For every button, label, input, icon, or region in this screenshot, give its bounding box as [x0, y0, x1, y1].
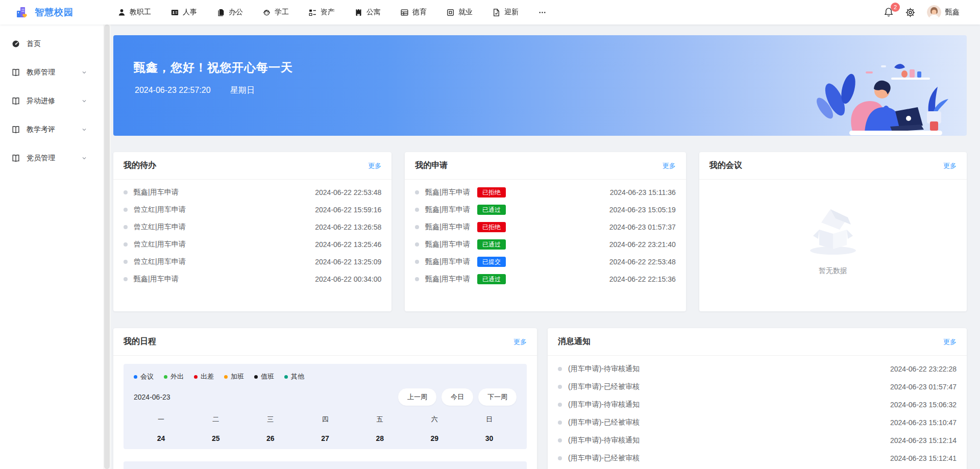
application-item[interactable]: 甄鑫|用车申请已拒绝2024-06-23 15:11:36: [415, 184, 675, 201]
meetings-empty-state: 暂无数据: [699, 180, 967, 276]
applications-card: 我的申请 更多 甄鑫|用车申请已拒绝2024-06-23 15:11:36甄鑫|…: [405, 152, 685, 311]
bullet-dot: [415, 190, 419, 194]
schedule-controls: 2024-06-23 上一周今日下一周: [134, 388, 517, 406]
status-badge: 已拒绝: [477, 187, 506, 198]
sidebar-item-label: 首页: [27, 39, 94, 48]
bullet-dot: [415, 277, 419, 281]
status-badge: 已通过: [477, 274, 506, 284]
sidebar-item-teaching-eval[interactable]: 教学考评: [0, 115, 103, 144]
schedule-card: 我的日程 更多 会议外出出差加班值班其他 2024-06-23 上一周今日下一周…: [113, 328, 537, 469]
todo-item[interactable]: 曾立红|用车申请2024-06-22 15:59:16: [124, 201, 381, 218]
legend-label: 值班: [261, 372, 274, 381]
student-icon: [262, 8, 271, 17]
legend-label: 会议: [140, 372, 154, 381]
nav-item-moral[interactable]: 德育: [400, 8, 427, 17]
schedule-card-title: 我的日程: [124, 336, 156, 347]
bullet-dot: [558, 438, 562, 442]
nav-item-label: 办公: [229, 8, 243, 17]
todo-more-link[interactable]: 更多: [368, 161, 381, 170]
sidebar-item-label: 党员管理: [27, 154, 81, 163]
bullet-dot: [558, 385, 562, 389]
nav-item-welcome[interactable]: 迎新: [492, 8, 519, 17]
apartment-icon: [354, 8, 363, 17]
date-cell[interactable]: 29: [407, 434, 462, 442]
greeting-text: 甄鑫，您好！祝您开心每一天: [134, 60, 293, 76]
nav-more-button[interactable]: [538, 8, 547, 17]
nav-item-apartment[interactable]: 公寓: [354, 8, 381, 17]
nav-item-staff[interactable]: 教职工: [117, 8, 151, 17]
banner-weekday: 星期日: [230, 86, 255, 94]
todo-item[interactable]: 甄鑫|用车申请2024-06-22 00:34:00: [124, 270, 381, 288]
notification-item-label: (用车申请)-已经被审核: [568, 418, 640, 427]
date-cell[interactable]: 28: [353, 434, 407, 442]
today-button[interactable]: 今日: [442, 388, 473, 406]
date-cell[interactable]: 24: [134, 434, 188, 442]
status-badge: 已通过: [477, 239, 506, 250]
todo-item[interactable]: 曾立红|用车申请2024-06-22 13:26:58: [124, 218, 381, 236]
meetings-card-header: 我的会议 更多: [699, 152, 967, 180]
weekday-label: 六: [407, 415, 462, 424]
application-item-label: 甄鑫|用车申请: [425, 257, 470, 266]
nav-item-hr[interactable]: 人事: [170, 8, 197, 17]
sidebar-item-party-mgmt[interactable]: 党员管理: [0, 144, 103, 172]
notification-item-time: 2024-06-23 15:10:47: [890, 418, 957, 427]
schedule-more-link[interactable]: 更多: [513, 337, 527, 347]
application-item[interactable]: 甄鑫|用车申请已拒绝2024-06-23 01:57:37: [415, 218, 675, 236]
todo-item[interactable]: 曾立红|用车申请2024-06-22 13:25:46: [124, 236, 381, 253]
application-item[interactable]: 甄鑫|用车申请已通过2024-06-23 15:05:19: [415, 201, 675, 218]
application-item[interactable]: 甄鑫|用车申请已通过2024-06-22 22:15:36: [415, 270, 675, 288]
notification-item-label: (用车申请)-已经被审核: [568, 454, 640, 463]
notifications-more-link[interactable]: 更多: [943, 337, 957, 347]
sidebar-item-home[interactable]: 首页: [0, 30, 103, 58]
meetings-more-link[interactable]: 更多: [943, 161, 957, 170]
book-icon: [11, 68, 20, 77]
nav-item-office[interactable]: 办公: [216, 8, 243, 17]
book-icon: [11, 96, 20, 106]
notification-item[interactable]: (用车申请)-已经被审核2024-06-23 15:12:41: [558, 449, 957, 467]
applications-more-link[interactable]: 更多: [663, 161, 676, 170]
notifications-button[interactable]: 2: [884, 7, 894, 18]
notification-item-time: 2024-06-23 01:57:47: [890, 383, 957, 391]
user-menu[interactable]: 甄鑫: [927, 5, 960, 19]
notifications-card: 消息通知 更多 (用车申请)-待审核通知2024-06-22 23:22:28(…: [548, 328, 967, 469]
nav-item-label: 公寓: [366, 8, 381, 17]
prev-week-button[interactable]: 上一周: [398, 388, 436, 406]
application-item[interactable]: 甄鑫|用车申请已通过2024-06-22 23:21:40: [415, 236, 675, 253]
cards-row-2: 我的日程 更多 会议外出出差加班值班其他 2024-06-23 上一周今日下一周…: [113, 328, 967, 469]
nav-item-label: 学工: [275, 8, 289, 17]
bullet-dot: [558, 403, 562, 407]
sidebar-scrollbar[interactable]: [103, 24, 111, 469]
notifications-card-header: 消息通知 更多: [548, 328, 967, 356]
todo-item[interactable]: 甄鑫|用车申请2024-06-22 22:53:48: [124, 184, 381, 201]
scrollbar-thumb[interactable]: [104, 24, 110, 469]
notification-item[interactable]: (用车申请)-待审核通知2024-06-23 15:06:32: [558, 396, 957, 413]
nav-item-asset[interactable]: 资产: [308, 8, 335, 17]
notification-item-time: 2024-06-22 23:22:28: [890, 365, 957, 373]
bullet-dot: [415, 242, 419, 246]
date-cell[interactable]: 26: [243, 434, 298, 442]
chevron-down-icon: [81, 69, 88, 76]
todo-item-label: 甄鑫|用车申请: [134, 188, 179, 197]
weekday-label: 二: [188, 415, 243, 424]
date-cell[interactable]: 25: [188, 434, 243, 442]
legend-label: 加班: [231, 372, 244, 381]
nav-item-student[interactable]: 学工: [262, 8, 289, 17]
application-item[interactable]: 甄鑫|用车申请已提交2024-06-22 22:53:48: [415, 253, 675, 270]
legend-dot: [254, 375, 258, 379]
sidebar-item-teacher-mgmt[interactable]: 教师管理: [0, 58, 103, 87]
date-cell[interactable]: 30: [462, 434, 517, 442]
notification-item[interactable]: (用车申请)-待审核通知2024-06-23 15:12:14: [558, 431, 957, 449]
settings-button[interactable]: [905, 7, 916, 18]
brand[interactable]: 智慧校园: [0, 5, 103, 19]
date-cell[interactable]: 27: [298, 434, 352, 442]
todo-item[interactable]: 曾立红|用车申请2024-06-22 13:25:09: [124, 253, 381, 270]
notification-item[interactable]: (用车申请)-待审核通知2024-06-22 23:22:28: [558, 360, 957, 378]
notification-item[interactable]: (用车申请)-已经被审核2024-06-23 15:10:47: [558, 413, 957, 431]
asset-icon: [308, 8, 317, 17]
schedule-body: 会议外出出差加班值班其他 2024-06-23 上一周今日下一周 一二三四五六日…: [113, 356, 537, 469]
weekday-header-row: 一二三四五六日: [134, 415, 517, 424]
next-week-button[interactable]: 下一周: [478, 388, 517, 406]
notification-item[interactable]: (用车申请)-已经被审核2024-06-23 01:57:47: [558, 378, 957, 396]
nav-item-employment[interactable]: 就业: [446, 8, 473, 17]
sidebar-item-transfer-training[interactable]: 异动进修: [0, 87, 103, 115]
